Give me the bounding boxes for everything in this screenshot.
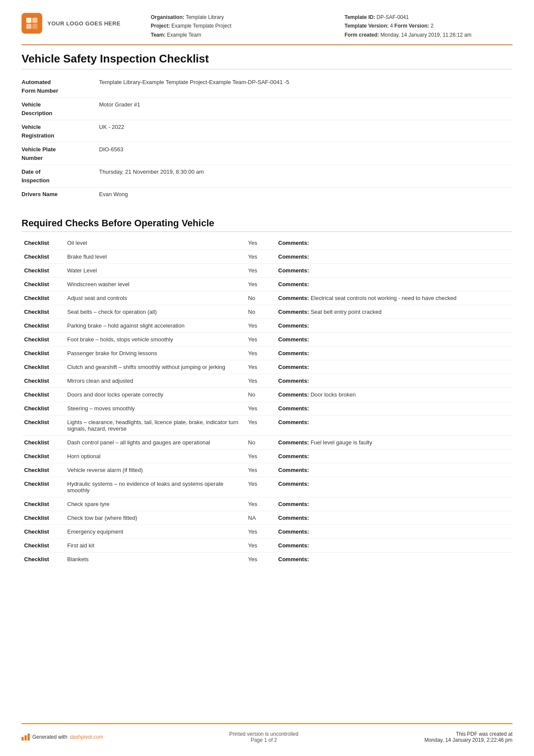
checklist-row: ChecklistParking brake – hold against sl… xyxy=(22,319,512,332)
checklist-row: ChecklistBrake fluid levelYesComments: xyxy=(22,250,512,263)
checklist-label: Checklist xyxy=(22,305,65,319)
checklist-comments: Comments: xyxy=(276,525,512,538)
checklist-value: No xyxy=(245,305,276,319)
checklist-row: ChecklistWindscreen washer levelYesComme… xyxy=(22,277,512,291)
checklist-row: ChecklistPassenger brake for Driving les… xyxy=(22,346,512,360)
checklist-item: Vehicle reverse alarm (if fitted) xyxy=(65,463,245,477)
form-field-driver: Drivers Name Evan Wong xyxy=(22,187,512,201)
checklist-value: No xyxy=(245,387,276,401)
checklist-row: ChecklistVehicle reverse alarm (if fitte… xyxy=(22,463,512,477)
checklist-label: Checklist xyxy=(22,360,65,374)
checklist-comments: Comments: xyxy=(276,401,512,415)
footer-right: This PDF was created at Monday, 14 Janua… xyxy=(424,731,512,743)
page: YOUR LOGO GOES HERE Organisation: Templa… xyxy=(0,0,534,756)
field-label-driver: Drivers Name xyxy=(22,190,99,199)
checklist-comments: Comments: Door locks broken xyxy=(276,387,512,401)
checklist-value: Yes xyxy=(245,415,276,435)
checklist-item: Oil level xyxy=(65,236,245,250)
checklist-item: Check spare tyre xyxy=(65,497,245,511)
checklist-item: Steering – moves smoothly xyxy=(65,401,245,415)
checklist-comments: Comments: Seat belt entry point cracked xyxy=(276,305,512,319)
checklist-label: Checklist xyxy=(22,374,65,387)
checklist-comments: Comments: xyxy=(276,449,512,463)
checklist-label: Checklist xyxy=(22,291,65,305)
checklist-label: Checklist xyxy=(22,250,65,263)
checklist-comments: Comments: xyxy=(276,511,512,525)
header-meta: Organisation: Template Library Project: … xyxy=(151,13,512,39)
checklist-label: Checklist xyxy=(22,525,65,538)
checklist-value: Yes xyxy=(245,332,276,346)
page-text: Page 1 of 2 xyxy=(229,737,298,743)
checklist-row: ChecklistLights – clearance, headlights,… xyxy=(22,415,512,435)
checklist-label: Checklist xyxy=(22,449,65,463)
field-label-vehicle-reg: VehicleRegistration xyxy=(22,123,99,140)
field-value-vehicle-desc: Motor Grader #1 xyxy=(99,100,140,109)
checklist-comments: Comments: xyxy=(276,346,512,360)
section-heading: Required Checks Before Operating Vehicle xyxy=(22,218,512,232)
checklist-comments: Comments: xyxy=(276,374,512,387)
logo-text: YOUR LOGO GOES HERE xyxy=(47,20,121,27)
checklist-item: First aid kit xyxy=(65,538,245,552)
svg-rect-0 xyxy=(26,18,31,23)
checklist-comments: Comments: xyxy=(276,538,512,552)
checklist-row: ChecklistEmergency equipmentYesComments: xyxy=(22,525,512,538)
field-label-vehicle-plate: Vehicle PlateNumber xyxy=(22,145,99,162)
checklist-row: ChecklistSteering – moves smoothlyYesCom… xyxy=(22,401,512,415)
form-field-vehicle-reg: VehicleRegistration UK - 2022 xyxy=(22,120,512,143)
checklist-value: Yes xyxy=(245,277,276,291)
checklist-value: Yes xyxy=(245,263,276,277)
checklist-value: Yes xyxy=(245,525,276,538)
dashpivot-link[interactable]: dashpivot.com xyxy=(70,734,103,740)
checklist-label: Checklist xyxy=(22,435,65,449)
form-field-vehicle-plate: Vehicle PlateNumber DIO-6563 xyxy=(22,143,512,165)
field-label-automated: AutomatedForm Number xyxy=(22,78,99,95)
checklist-value: Yes xyxy=(245,497,276,511)
checklist-row: ChecklistWater LevelYesComments: xyxy=(22,263,512,277)
checklist-row: ChecklistHorn optionalYesComments: xyxy=(22,449,512,463)
checklist-row: ChecklistCheck tow bar (where fitted)NAC… xyxy=(22,511,512,525)
checklist-value: NA xyxy=(245,511,276,525)
bar3 xyxy=(28,734,30,740)
checklist-label: Checklist xyxy=(22,277,65,291)
generated-text: Generated with xyxy=(32,734,67,740)
checklist-label: Checklist xyxy=(22,552,65,566)
checklist-comments: Comments: Electrical seat controls not w… xyxy=(276,291,512,305)
form-title: Vehicle Safety Inspection Checklist xyxy=(22,52,512,69)
checklist-row: ChecklistBlanketsYesComments: xyxy=(22,552,512,566)
field-value-vehicle-plate: DIO-6563 xyxy=(99,145,123,154)
checklist-row: ChecklistSeat belts – check for operatio… xyxy=(22,305,512,319)
logo-icon xyxy=(22,13,42,34)
checklist-comments: Comments: xyxy=(276,250,512,263)
field-value-date: Thursday, 21 November 2019, 8:30:00 am xyxy=(99,168,204,176)
checklist-comments: Comments: Fuel level gauge is faulty xyxy=(276,435,512,449)
checklist-row: ChecklistDoors and door locks operate co… xyxy=(22,387,512,401)
checklist-value: Yes xyxy=(245,374,276,387)
checklist-value: Yes xyxy=(245,236,276,250)
checklist-comments: Comments: xyxy=(276,463,512,477)
checklist-row: ChecklistClutch and gearshift – shifts s… xyxy=(22,360,512,374)
checklist-value: Yes xyxy=(245,477,276,497)
checklist-item: Emergency equipment xyxy=(65,525,245,538)
field-label-date: Date ofInspection xyxy=(22,168,99,184)
header-meta-left: Organisation: Template Library Project: … xyxy=(151,13,319,39)
checklist-label: Checklist xyxy=(22,236,65,250)
logo-area: YOUR LOGO GOES HERE xyxy=(22,13,134,34)
checklist-label: Checklist xyxy=(22,332,65,346)
checklist-comments: Comments: xyxy=(276,263,512,277)
checklist-comments: Comments: xyxy=(276,552,512,566)
checklist-row: ChecklistAdjust seat and controlsNoComme… xyxy=(22,291,512,305)
checklist-row: ChecklistCheck spare tyreYesComments: xyxy=(22,497,512,511)
checklist-item: Foot brake – holds, stops vehicle smooth… xyxy=(65,332,245,346)
checklist-item: Windscreen washer level xyxy=(65,277,245,291)
checklist-comments: Comments: xyxy=(276,236,512,250)
field-value-automated: Template Library-Example Template Projec… xyxy=(99,78,289,87)
checklist-item: Adjust seat and controls xyxy=(65,291,245,305)
checklist-value: Yes xyxy=(245,463,276,477)
checklist-item: Horn optional xyxy=(65,449,245,463)
checklist-value: Yes xyxy=(245,538,276,552)
checklist-value: Yes xyxy=(245,319,276,332)
field-label-vehicle-desc: VehicleDescription xyxy=(22,100,99,117)
checklist-value: Yes xyxy=(245,552,276,566)
checklist-value: Yes xyxy=(245,401,276,415)
checklist-item: Blankets xyxy=(65,552,245,566)
